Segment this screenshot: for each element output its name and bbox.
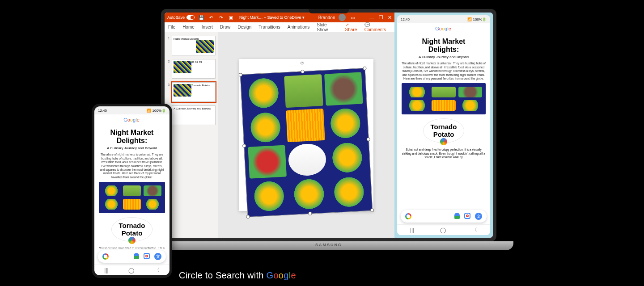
mic-icon[interactable] <box>454 213 460 219</box>
undo-icon[interactable]: ↶ <box>208 14 214 21</box>
user-name: Brandon <box>318 15 335 20</box>
phone-mirror-screen: 12:45 📶 100%🔋 ✕ Google ⋮ Night MarketDel… <box>397 15 490 235</box>
tab-home[interactable]: Home <box>182 25 195 29</box>
android-nav-bar: ||| ◯ 〈 <box>397 224 490 235</box>
resize-handle[interactable] <box>367 138 370 141</box>
maximize-button[interactable]: ❐ <box>379 15 383 21</box>
save-icon[interactable]: 💾 <box>198 14 204 21</box>
status-icons: 📶 100%🔋 <box>467 17 487 21</box>
laptop-screen: AutoSave 💾 ↶ ↷ ▣ Night Mark… – Saved to … <box>165 13 493 238</box>
article-image <box>402 83 486 114</box>
ribbon-mode-icon[interactable]: ▭ <box>349 14 356 21</box>
article-body: The allure of night markets is universal… <box>99 153 165 179</box>
redo-icon[interactable]: ↷ <box>218 14 224 21</box>
translate-icon[interactable]: 文 <box>154 253 161 260</box>
mic-icon[interactable] <box>134 253 139 259</box>
search-overlay-bar: ✕ Google ⋮ <box>94 114 169 125</box>
food-image <box>241 68 372 217</box>
share-button[interactable]: ↗ Share <box>345 22 361 32</box>
android-nav-bar: ||| ◯ 〈 <box>94 265 169 275</box>
back-button[interactable]: 〈 <box>472 226 477 234</box>
home-button[interactable]: ◯ <box>128 267 134 273</box>
recents-button[interactable]: ||| <box>104 267 108 273</box>
clock: 12:45 <box>401 17 410 21</box>
article-desc: Spiral-cut and deep-fried to crispy perf… <box>402 148 486 159</box>
laptop-notch <box>309 9 349 13</box>
search-bar[interactable]: 文 <box>401 210 487 223</box>
google-logo: Google <box>435 26 451 31</box>
resize-handle[interactable] <box>370 208 374 212</box>
titlebar: AutoSave 💾 ↶ ↷ ▣ Night Mark… – Saved to … <box>165 13 394 22</box>
resize-handle[interactable] <box>246 215 250 219</box>
article-subtitle: A Culinary Journey and Beyond <box>402 55 486 59</box>
thumb-3[interactable]: 3Tornado Potato <box>172 82 216 102</box>
tab-animations[interactable]: Animations <box>288 25 309 29</box>
phone-device: 12:45 📶 100%🔋 ✕ Google ⋮ Night MarketDel… <box>92 104 172 278</box>
toggle-icon[interactable] <box>186 15 195 20</box>
selected-image[interactable]: ⟳ <box>240 68 373 217</box>
ppt-body: 1Night Market Delights 201 02 03 3Tornad… <box>165 32 394 238</box>
article-desc: Spiral-cut and deep-fried to crispy perf… <box>99 247 165 248</box>
article-content: Night MarketDelights: A Culinary Journey… <box>94 114 169 248</box>
article-subtitle: A Culinary Journey and Beyond <box>99 146 165 150</box>
google-icon[interactable] <box>405 213 411 219</box>
recents-button[interactable]: ||| <box>410 227 414 233</box>
laptop-bezel: AutoSave 💾 ↶ ↷ ▣ Night Mark… – Saved to … <box>161 9 496 241</box>
close-icon[interactable]: ✕ <box>98 117 103 123</box>
status-icons: 📶 100%🔋 <box>147 109 166 113</box>
present-icon[interactable]: ▣ <box>228 14 234 21</box>
tab-design[interactable]: Design <box>237 25 251 29</box>
status-bar: 12:45 📶 100%🔋 <box>94 106 169 114</box>
document-title: Night Mark… – Saved to OneDrive ▾ <box>239 15 305 20</box>
circled-text: TornadoPotato <box>119 222 145 237</box>
article-title: Night MarketDelights: <box>402 38 486 53</box>
close-icon[interactable]: ✕ <box>401 25 406 32</box>
google-icon[interactable] <box>102 253 109 260</box>
sparkle-icon <box>128 237 136 244</box>
laptop-brand: SAMSUNG <box>315 243 342 247</box>
tab-insert[interactable]: Insert <box>202 25 213 29</box>
circle-to-search-selection[interactable]: TornadoPotato <box>112 218 153 241</box>
circle-to-search-selection[interactable]: TornadoPotato <box>424 119 464 143</box>
slide-canvas[interactable]: ⟳ <box>218 32 394 238</box>
tab-draw[interactable]: Draw <box>220 25 230 29</box>
search-overlay-bar: ✕ Google ⋮ <box>397 23 490 34</box>
slide-thumbnails: 1Night Market Delights 201 02 03 3Tornad… <box>165 32 218 238</box>
home-button[interactable]: ◯ <box>440 227 446 233</box>
article-image <box>99 182 165 213</box>
powerpoint-window: AutoSave 💾 ↶ ↷ ▣ Night Mark… – Saved to … <box>165 13 394 238</box>
translate-icon[interactable]: 文 <box>475 213 482 220</box>
resize-handle[interactable] <box>308 212 312 215</box>
slide-edit-area: ⟳ <box>239 59 373 211</box>
minimize-button[interactable]: — <box>369 15 374 21</box>
google-logo: Google <box>123 117 140 122</box>
autosave-toggle[interactable]: AutoSave <box>167 15 195 20</box>
autosave-label: AutoSave <box>167 15 185 20</box>
more-icon[interactable]: ⋮ <box>480 25 487 32</box>
tab-transitions[interactable]: Transitions <box>258 25 280 29</box>
lens-icon[interactable] <box>144 253 150 259</box>
phone-screen: 12:45 📶 100%🔋 ✕ Google ⋮ Night MarketDel… <box>94 106 169 275</box>
resize-handle[interactable] <box>363 67 366 70</box>
thumb-4[interactable]: A Culinary Journey and Beyond <box>172 105 216 125</box>
circled-text: TornadoPotato <box>431 123 457 138</box>
back-button[interactable]: 〈 <box>154 266 160 274</box>
tab-slideshow[interactable]: Slide Show <box>317 22 338 32</box>
thumb-2[interactable]: 201 02 03 <box>172 59 216 79</box>
more-icon[interactable]: ⋮ <box>160 116 166 123</box>
article-title: Night MarketDelights: <box>99 129 165 144</box>
tab-file[interactable]: File <box>168 25 175 29</box>
article-body: The allure of night markets is universal… <box>402 62 486 80</box>
article-content: Night MarketDelights: A Culinary Journey… <box>397 23 490 208</box>
rotate-handle-icon[interactable]: ⟳ <box>300 61 304 66</box>
thumb-1[interactable]: 1Night Market Delights <box>172 36 216 55</box>
marketing-tagline: Circle to Search with Google <box>179 270 296 281</box>
ribbon-tabs: File Home Insert Draw Design Transitions… <box>165 22 394 32</box>
lens-icon[interactable] <box>464 213 470 219</box>
comments-button[interactable]: 💬 Comments <box>364 22 391 32</box>
sparkle-icon <box>440 138 447 145</box>
close-button[interactable]: ✕ <box>388 15 392 21</box>
status-bar: 12:45 📶 100%🔋 <box>397 15 490 23</box>
search-bar[interactable]: 文 <box>98 250 166 263</box>
avatar-icon[interactable] <box>339 14 346 21</box>
